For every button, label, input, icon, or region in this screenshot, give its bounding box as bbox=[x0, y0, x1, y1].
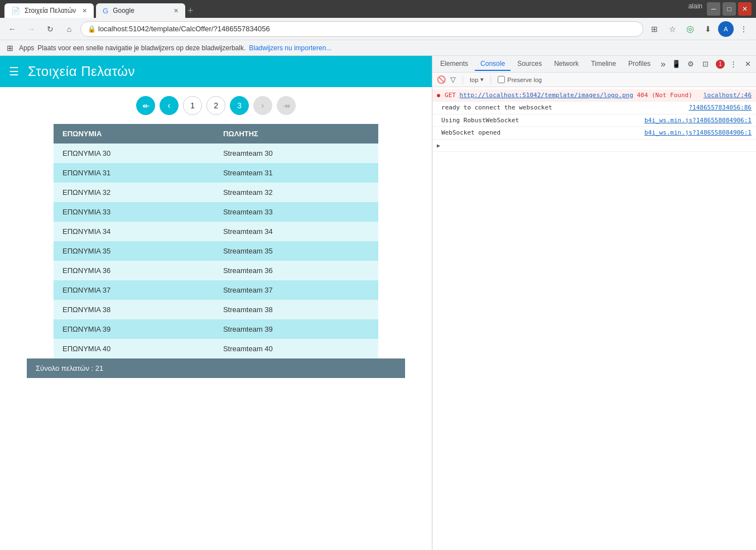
devtools-close-icon[interactable]: ✕ bbox=[741, 58, 754, 70]
new-tab-button[interactable]: + bbox=[187, 3, 194, 18]
error-status: 404 (Not Found) bbox=[637, 92, 692, 99]
bookmarks-hint: Plaats voor een snelle navigatie je blad… bbox=[37, 44, 245, 52]
last-page-button[interactable]: ↠ bbox=[277, 96, 296, 115]
tab1-close-icon[interactable]: ✕ bbox=[82, 7, 87, 15]
table-row[interactable]: ΕΠΩΝΥΜΙΑ 37Streamteam 37 bbox=[54, 280, 378, 300]
tab-stoixeia[interactable]: 📄 Στοιχεία Πελατών ✕ bbox=[4, 3, 94, 18]
import-link[interactable]: Bladwijzers nu importeren... bbox=[249, 44, 331, 52]
cell-seller: Streamteam 40 bbox=[214, 339, 378, 358]
table-row[interactable]: ΕΠΩΝΥΜΙΑ 38Streamteam 38 bbox=[54, 300, 378, 319]
error-url-link[interactable]: http://localhost:51042/template/images/l… bbox=[460, 92, 633, 99]
download-icon[interactable]: ⬇ bbox=[700, 21, 716, 37]
table-footer: Σύνολο πελατών : 21 bbox=[27, 358, 405, 378]
devtools-more-tabs-button[interactable]: » bbox=[657, 58, 669, 70]
reload-button[interactable]: ↻ bbox=[42, 21, 58, 37]
toolbar-separator-1 bbox=[463, 75, 463, 84]
console-row-expand: ▶ bbox=[432, 140, 756, 152]
prev-page-button[interactable]: ‹ bbox=[160, 96, 179, 115]
using-source-link[interactable]: b4i_ws.min.js?1486558084906:1 bbox=[644, 116, 752, 125]
cell-name: ΕΠΩΝΥΜΙΑ 37 bbox=[54, 280, 214, 300]
table-row[interactable]: ΕΠΩΝΥΜΙΑ 31Streamteam 31 bbox=[54, 163, 378, 183]
clear-console-icon[interactable]: 🚫 bbox=[437, 75, 446, 84]
bookmark-icon[interactable]: ☆ bbox=[664, 21, 680, 37]
expand-arrow-icon[interactable]: ▶ bbox=[437, 142, 440, 150]
cell-seller: Streamteam 30 bbox=[214, 144, 378, 163]
cell-name: ΕΠΩΝΥΜΙΑ 36 bbox=[54, 261, 214, 280]
chrome-icon[interactable]: ◎ bbox=[682, 21, 698, 37]
window-controls: alain ─ □ ✕ bbox=[688, 2, 752, 16]
devtools-settings-icon[interactable]: ⚙ bbox=[685, 58, 697, 70]
url-text: localhost:51042/template/CalcOffer/?1486… bbox=[98, 25, 270, 33]
cell-seller: Streamteam 39 bbox=[214, 319, 378, 339]
preserve-log-input[interactable] bbox=[498, 76, 505, 83]
first-page-button[interactable]: ↞ bbox=[136, 96, 155, 115]
menu-icon[interactable]: ⋮ bbox=[736, 21, 752, 37]
console-msg-ready: ready to connect the websocket bbox=[441, 103, 686, 112]
table-row[interactable]: ΕΠΩΝΥΜΙΑ 35Streamteam 35 bbox=[54, 241, 378, 261]
console-row-ready: ready to connect the websocket ?14865578… bbox=[432, 102, 756, 114]
devtools-tab-timeline[interactable]: Timeline bbox=[585, 58, 622, 71]
bookmarks-bar: ⊞ Apps Plaats voor een snelle navigatie … bbox=[0, 40, 756, 56]
table-row[interactable]: ΕΠΩΝΥΜΙΑ 30Streamteam 30 bbox=[54, 144, 378, 163]
tab2-close-icon[interactable]: ✕ bbox=[174, 7, 179, 15]
page-3-button[interactable]: 3 bbox=[230, 96, 249, 115]
devtools-icons: 📱 ⚙ ⊡ 1 ⋮ ✕ bbox=[670, 58, 754, 70]
cell-name: ΕΠΩΝΥΜΙΑ 30 bbox=[54, 144, 214, 163]
devtools-tab-profiles[interactable]: Profiles bbox=[623, 58, 656, 71]
minimize-button[interactable]: ─ bbox=[707, 2, 720, 16]
browser-content: ☰ Στοιχεία Πελατών ↞ ‹ 1 2 3 › ↠ ΕΠΩΝΥΜΙ… bbox=[0, 56, 432, 550]
table-header-row: ΕΠΩΝΥΜΙΑ ΠΩΛΗΤΗΣ bbox=[54, 124, 378, 144]
maximize-button[interactable]: □ bbox=[723, 2, 736, 16]
table-row[interactable]: ΕΠΩΝΥΜΙΑ 39Streamteam 39 bbox=[54, 319, 378, 339]
hamburger-icon[interactable]: ☰ bbox=[9, 65, 19, 78]
devtools-tab-network[interactable]: Network bbox=[548, 58, 584, 71]
devtools-tab-sources[interactable]: Sources bbox=[512, 58, 547, 71]
websocket-source-link[interactable]: b4i_ws.min.js?1486558084906:1 bbox=[644, 128, 752, 137]
devtools-tab-elements[interactable]: Elements bbox=[435, 58, 474, 71]
toolbar-right: ⊞ ☆ ◎ ⬇ A ⋮ bbox=[647, 21, 752, 37]
filter-icon[interactable]: ▽ bbox=[450, 75, 456, 84]
address-input-box[interactable]: 🔒 localhost:51042/template/CalcOffer/?14… bbox=[80, 21, 643, 37]
ready-source-link[interactable]: ?1486557834056:86 bbox=[688, 103, 752, 112]
table-row[interactable]: ΕΠΩΝΥΜΙΑ 32Streamteam 32 bbox=[54, 183, 378, 202]
forward-button[interactable]: → bbox=[23, 21, 39, 37]
filter-arrow-icon[interactable]: ▾ bbox=[480, 76, 484, 83]
devtools-tab-console[interactable]: Console bbox=[475, 58, 511, 71]
cell-name: ΕΠΩΝΥΜΙΑ 38 bbox=[54, 300, 214, 319]
browser-window: 📄 Στοιχεία Πελατών ✕ G Google ✕ + alain … bbox=[0, 0, 756, 550]
next-page-button[interactable]: › bbox=[253, 96, 272, 115]
table-row[interactable]: ΕΠΩΝΥΜΙΑ 36Streamteam 36 bbox=[54, 261, 378, 280]
devtools-mobile-icon[interactable]: 📱 bbox=[670, 58, 682, 70]
table-row[interactable]: ΕΠΩΝΥΜΙΑ 34Streamteam 34 bbox=[54, 222, 378, 241]
tab-bar: 📄 Στοιχεία Πελατών ✕ G Google ✕ + bbox=[4, 0, 194, 18]
console-msg-error: GET http://localhost:51042/template/imag… bbox=[445, 91, 701, 99]
toolbar-separator-2 bbox=[490, 75, 491, 84]
cell-name: ΕΠΩΝΥΜΙΑ 40 bbox=[54, 339, 214, 358]
cell-name: ΕΠΩΝΥΜΙΑ 34 bbox=[54, 222, 214, 241]
extensions-icon[interactable]: ⊞ bbox=[647, 21, 662, 37]
tab-google[interactable]: G Google ✕ bbox=[96, 3, 185, 18]
error-count-badge: 1 bbox=[716, 60, 725, 69]
close-button[interactable]: ✕ bbox=[738, 2, 752, 16]
cell-seller: Streamteam 36 bbox=[214, 261, 378, 280]
devtools-dock-icon[interactable]: ⊡ bbox=[699, 58, 711, 70]
apps-grid-icon: ⊞ bbox=[7, 44, 13, 52]
preserve-log-label: Preserve log bbox=[507, 76, 542, 83]
home-button[interactable]: ⌂ bbox=[61, 21, 77, 37]
back-button[interactable]: ← bbox=[4, 21, 20, 37]
cell-seller: Streamteam 32 bbox=[214, 183, 378, 202]
col-header-seller: ΠΩΛΗΤΗΣ bbox=[214, 124, 378, 144]
cell-seller: Streamteam 33 bbox=[214, 202, 378, 222]
table-row[interactable]: ΕΠΩΝΥΜΙΑ 33Streamteam 33 bbox=[54, 202, 378, 222]
cell-seller: Streamteam 38 bbox=[214, 300, 378, 319]
error-icon: ● bbox=[437, 92, 440, 99]
error-source-link[interactable]: localhost/:46 bbox=[704, 91, 752, 99]
devtools-menu-icon[interactable]: ⋮ bbox=[727, 58, 739, 70]
page-2-button[interactable]: 2 bbox=[206, 96, 225, 115]
profile-avatar[interactable]: A bbox=[718, 21, 734, 37]
preserve-log-checkbox[interactable]: Preserve log bbox=[498, 76, 542, 83]
table-row[interactable]: ΕΠΩΝΥΜΙΑ 40Streamteam 40 bbox=[54, 339, 378, 358]
app-title: Στοιχεία Πελατών bbox=[28, 64, 135, 79]
page-1-button[interactable]: 1 bbox=[183, 96, 202, 115]
apps-label: Apps bbox=[19, 44, 34, 52]
